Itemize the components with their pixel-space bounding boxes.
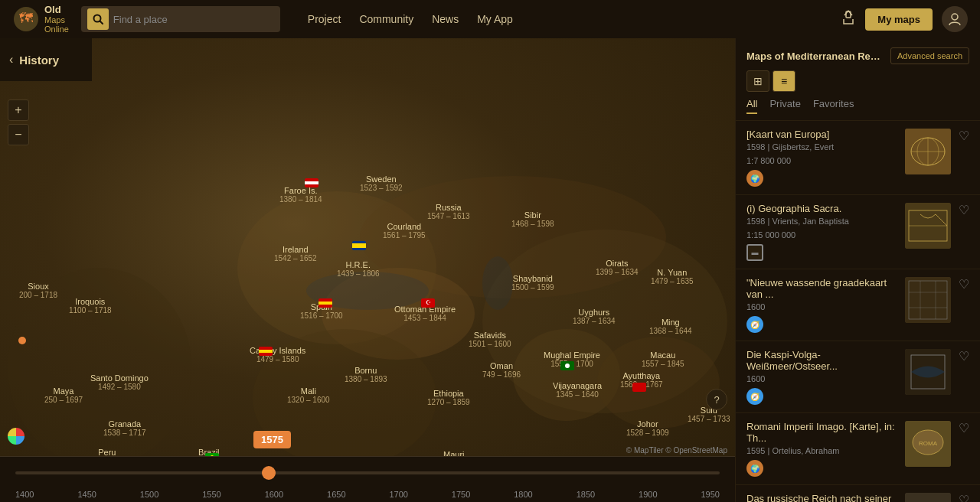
- logo[interactable]: 🗺 Old Maps Online: [12, 5, 69, 34]
- provider-badge: 🧭: [746, 388, 763, 405]
- svg-point-15: [482, 256, 513, 310]
- provider-badge: 🌍: [746, 170, 763, 187]
- my-maps-button[interactable]: My maps: [865, 8, 933, 31]
- timeline-label-1650: 1650: [327, 490, 345, 499]
- map-item[interactable]: [Kaart van Europa] 1598 | Gijsbertsz, Ev…: [736, 121, 980, 195]
- favorite-button[interactable]: ♡: [959, 493, 969, 502]
- map-svg: [0, 38, 735, 502]
- timeline-label-1450: 1450: [77, 490, 96, 499]
- flag-mughal: [560, 361, 574, 370]
- map-item-scale: 1:15 000 000: [746, 230, 897, 240]
- logo-icon: 🗺: [12, 5, 40, 33]
- favorite-button[interactable]: ♡: [959, 129, 969, 143]
- map-item[interactable]: Das russische Reich nach seiner allm... …: [736, 485, 980, 502]
- timeline-label-1850: 1850: [577, 490, 595, 499]
- map-item-info: Das russische Reich nach seiner allm... …: [746, 493, 897, 502]
- timeline-label-1550: 1550: [202, 490, 220, 499]
- timeline-label-1950: 1950: [701, 490, 719, 499]
- provider-badge: 🧭: [746, 316, 763, 333]
- flag-ottoman: ☪: [421, 298, 435, 308]
- location-dot: [18, 337, 26, 344]
- favorite-button[interactable]: ♡: [959, 421, 969, 435]
- flag-spain: [318, 298, 332, 308]
- history-title: History: [19, 54, 59, 67]
- provider-badge: ▬: [746, 244, 763, 261]
- history-back-button[interactable]: ‹: [9, 53, 13, 67]
- svg-line-3: [100, 21, 103, 24]
- map-item-actions: 🧭: [746, 388, 897, 405]
- zoom-out-button[interactable]: −: [8, 124, 29, 145]
- grid-view-button[interactable]: ⊞: [746, 70, 769, 92]
- svg-point-5: [952, 14, 958, 20]
- svg-rect-25: [905, 277, 951, 323]
- map-thumbnail: [905, 277, 951, 323]
- history-panel: ‹ History: [0, 38, 92, 81]
- timeline-label-1900: 1900: [639, 490, 657, 499]
- map-item-actions: 🧭: [746, 316, 897, 333]
- timeline-thumb[interactable]: [262, 466, 276, 480]
- map-container[interactable]: ‹ History Faroe Is.1380 – 1814 Sweden152…: [0, 38, 735, 502]
- logo-old-label: Old: [44, 5, 69, 15]
- list-view-button[interactable]: ≡: [773, 70, 795, 92]
- filter-tab-favorites[interactable]: Favorites: [813, 98, 854, 114]
- filter-tab-private[interactable]: Private: [769, 98, 800, 114]
- share-icon: [841, 10, 856, 25]
- timeline-track[interactable]: [15, 471, 720, 474]
- map-item-actions: 🌍: [746, 460, 897, 477]
- map-thumbnail: ROMA: [905, 421, 951, 467]
- map-thumbnail: [905, 349, 951, 395]
- search-input[interactable]: [113, 14, 259, 25]
- svg-text:🗺: 🗺: [19, 11, 33, 26]
- map-controls: + −: [8, 99, 29, 145]
- timeline-label-1600: 1600: [265, 490, 283, 499]
- map-item-actions: ▬: [746, 244, 897, 261]
- sidebar-header: Maps of Mediterranean Regio... Advanced …: [736, 38, 980, 64]
- flag-ayutthaya: [632, 383, 646, 392]
- map-item[interactable]: Die Kaspi-Volga-Weißmeer/Ostseer... 1600…: [736, 341, 980, 413]
- info-button[interactable]: ?: [706, 389, 727, 410]
- search-button[interactable]: [87, 8, 109, 30]
- map-item-meta: 1595 | Ortelius, Abraham: [746, 446, 897, 455]
- map-thumbnail: RUSSIA: [905, 493, 951, 502]
- user-button[interactable]: [942, 6, 968, 32]
- nav-project[interactable]: Project: [308, 13, 341, 25]
- map-item-info: Die Kaspi-Volga-Weißmeer/Ostseer... 1600…: [746, 349, 897, 405]
- share-button[interactable]: [841, 10, 856, 29]
- provider-badge: 🌍: [746, 460, 763, 477]
- nav-news[interactable]: News: [432, 13, 459, 25]
- timeline-bar[interactable]: [0, 457, 735, 488]
- map-thumbnail: [905, 203, 951, 249]
- logo-online-label: Online: [44, 24, 69, 34]
- favorite-button[interactable]: ♡: [959, 277, 969, 292]
- svg-text:ROMA: ROMA: [919, 440, 938, 447]
- multicolor-icon[interactable]: [8, 428, 24, 445]
- map-item[interactable]: (i) Geographia Sacra. 1598 | Vrients, Ja…: [736, 195, 980, 269]
- map-item-info: (i) Geographia Sacra. 1598 | Vrients, Ja…: [746, 203, 897, 261]
- filter-tab-all[interactable]: All: [746, 98, 757, 114]
- map-item-meta: 1598 | Vrients, Jan Baptista: [746, 217, 897, 226]
- header: 🗺 Old Maps Online Project Community News…: [0, 0, 980, 38]
- map-item-title: Romani Imperii Imago. [Karte], in: Th...: [746, 421, 897, 444]
- timeline-label-1700: 1700: [389, 490, 407, 499]
- map-item[interactable]: Romani Imperii Imago. [Karte], in: Th...…: [736, 413, 980, 485]
- search-bar: [81, 6, 280, 32]
- timeline-label-1400: 1400: [15, 490, 34, 499]
- map-item-info: Romani Imperii Imago. [Karte], in: Th...…: [746, 421, 897, 477]
- nav-community[interactable]: Community: [359, 13, 413, 25]
- header-right: My maps: [841, 6, 968, 32]
- map-item-title: (i) Geographia Sacra.: [746, 203, 897, 214]
- svg-rect-36: [905, 493, 951, 502]
- map-item-meta: 1600: [746, 374, 897, 383]
- advanced-search-button[interactable]: Advanced search: [890, 47, 969, 64]
- favorite-button[interactable]: ♡: [959, 203, 969, 217]
- year-bubble: 1575: [253, 431, 291, 448]
- filter-tabs: All Private Favorites: [736, 98, 980, 121]
- zoom-in-button[interactable]: +: [8, 99, 29, 121]
- timeline-label-1500: 1500: [140, 490, 158, 499]
- timeline: 1400 1450 1500 1550 1600 1650 1700 1750 …: [0, 456, 735, 502]
- nav-myapp[interactable]: My App: [477, 13, 513, 25]
- nav: Project Community News My App: [308, 13, 513, 25]
- favorite-button[interactable]: ♡: [959, 349, 969, 363]
- map-item[interactable]: "Nieuwe wassende graadekaart van ... 160…: [736, 269, 980, 341]
- map-item-info: "Nieuwe wassende graadekaart van ... 160…: [746, 277, 897, 333]
